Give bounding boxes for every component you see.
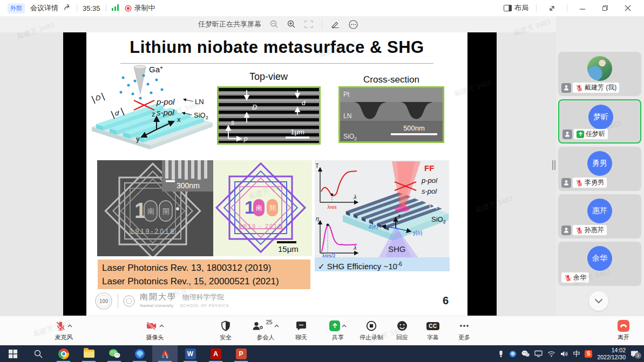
participant-name: 余华 <box>573 273 586 282</box>
taskbar-active-screen-record-app[interactable] <box>152 345 178 362</box>
layout-icon <box>504 5 512 11</box>
more-button[interactable]: 更多 <box>444 319 485 341</box>
participants-button[interactable]: 25 参会人 <box>245 319 286 341</box>
chevron-up-icon[interactable] <box>342 324 347 327</box>
tray-ime-indicator[interactable]: 中 <box>573 349 580 359</box>
person-badge-icon <box>561 178 571 188</box>
slide-title: Lithium niobate metasurface & SHG <box>86 38 467 57</box>
tray-volume-icon[interactable] <box>560 351 568 357</box>
participant-tile[interactable]: 勇男 李勇男 <box>558 147 641 191</box>
sidebar-collapse-handle[interactable] <box>552 158 556 173</box>
windows-taskbar: W A P 中 S 14:02 2022/12/30 1 <box>0 345 644 362</box>
microphone-button[interactable]: 麦克风 <box>43 319 84 341</box>
shg-efficiency-note: ✓ SHG Efficiency ~10-6 <box>315 257 450 271</box>
window-title-bar: 外部 会议详情 35:35 录制中 布局 <box>0 0 644 17</box>
screen-sharing-icon <box>577 131 584 138</box>
svg-text:Pt: Pt <box>343 91 350 98</box>
meeting-details-link[interactable]: 会议详情 <box>30 3 58 13</box>
record-dot-icon <box>125 5 132 12</box>
svg-text:D: D <box>96 94 100 102</box>
figure-cross-title: Cross-section <box>337 74 445 85</box>
divider <box>536 4 537 12</box>
figure-cross-sem: Pt LN SiO2 500nm <box>338 86 444 143</box>
taskbar-wechat[interactable] <box>101 345 127 362</box>
participant-tile[interactable]: 梦昕 任梦昕 <box>558 99 641 144</box>
taskbar-powerpoint[interactable]: P <box>228 345 254 362</box>
participant-tile[interactable]: 戴建芳 (我) <box>558 52 641 96</box>
start-button[interactable] <box>0 345 25 362</box>
fit-screen-icon[interactable] <box>304 21 313 28</box>
svg-text:d: d <box>115 109 119 117</box>
svg-text:s: s <box>231 119 234 126</box>
avatar: 梦昕 <box>588 105 613 129</box>
powerpoint-icon: P <box>236 349 247 359</box>
forward-icon[interactable] <box>64 4 71 12</box>
participant-tile[interactable]: 余华 余华 <box>558 242 641 286</box>
notification-badge: 1 <box>635 352 641 359</box>
svg-text:LN: LN <box>343 112 351 120</box>
taskbar-search-button[interactable] <box>25 345 51 362</box>
university-seal-icon <box>123 295 135 308</box>
fullscreen-icon[interactable] <box>544 2 559 15</box>
taskbar-file-explorer[interactable] <box>76 345 101 362</box>
camera-button[interactable]: 摄像头 <box>134 319 175 341</box>
zoom-in-icon[interactable] <box>287 20 296 29</box>
taskbar-word[interactable]: W <box>178 345 203 362</box>
svg-text:y: y <box>136 135 140 143</box>
search-icon <box>34 350 43 358</box>
svg-text:d: d <box>302 99 306 107</box>
department-name-cn: 物理科学学院 <box>182 293 224 301</box>
tray-wifi-icon[interactable] <box>547 351 555 357</box>
figure-topview-title: Top-view <box>216 71 321 83</box>
shield-icon <box>221 320 231 331</box>
chevron-up-icon[interactable] <box>274 324 279 327</box>
figure-sem-star: 1 南 開 1919-2019 300nm <box>97 160 213 256</box>
person-badge-icon <box>561 226 571 235</box>
taskbar-chrome[interactable] <box>51 345 76 362</box>
participant-name: 任梦昕 <box>586 129 605 139</box>
annotate-pen-icon[interactable] <box>331 21 340 29</box>
tray-usb-icon[interactable] <box>498 350 504 358</box>
more-options-icon[interactable] <box>349 20 358 29</box>
taskbar-clock[interactable]: 14:02 2022/12/30 <box>597 347 626 361</box>
participants-video-sidebar: 戴建芳 (我) 梦昕 任梦昕 勇男 李勇男 惠芹 <box>556 16 644 316</box>
notification-center-button[interactable]: 1 <box>631 350 639 358</box>
restore-button[interactable] <box>598 2 613 15</box>
participants-count: 25 <box>266 319 272 325</box>
university-name-cn: 南開大學 <box>140 292 177 301</box>
share-status-text: 任梦昕正在共享屏幕 <box>198 19 261 29</box>
security-button[interactable]: 安全 <box>205 319 246 341</box>
avatar: 惠芹 <box>587 199 612 223</box>
chevron-up-icon[interactable] <box>67 324 72 327</box>
svg-text:SiO2: SiO2 <box>194 111 208 120</box>
tray-sogou-icon[interactable]: S <box>585 350 592 358</box>
taskbar-acrobat[interactable]: A <box>203 345 228 362</box>
chat-button[interactable]: 聊天 <box>281 319 322 341</box>
screen-share-toolbar: 任梦昕正在共享屏幕 <box>0 16 556 32</box>
stop-record-icon <box>366 320 377 331</box>
svg-text:λ: λ <box>353 244 356 251</box>
taskbar-meeting-app[interactable] <box>127 345 152 362</box>
svg-text:15μm: 15μm <box>278 244 299 254</box>
external-badge: 外部 <box>8 3 25 13</box>
slide-page-number: 6 <box>443 295 449 307</box>
tray-wechat-icon[interactable] <box>521 350 530 357</box>
layout-button[interactable]: 布局 <box>504 3 528 13</box>
tray-meeting-app-icon[interactable] <box>509 350 517 358</box>
tray-display-icon[interactable] <box>534 350 543 357</box>
leave-meeting-button[interactable]: 离开 <box>603 319 644 341</box>
participant-tile[interactable]: 惠芹 孙惠芹 <box>558 194 641 238</box>
recording-indicator[interactable]: 录制中 <box>125 3 155 13</box>
zoom-out-icon[interactable] <box>270 20 279 29</box>
sidebar-scroll-down-button[interactable] <box>589 291 608 311</box>
divider <box>322 21 322 28</box>
meeting-control-bar: 麦克风 摄像头 安全 25 <box>0 316 644 346</box>
citation-line: Laser Photonics Rev., 15, 20000521 (2021… <box>102 275 306 288</box>
svg-text:開: 開 <box>269 204 276 211</box>
figure-topview-sem: D d s p 1μm <box>217 86 321 145</box>
divider <box>77 4 77 12</box>
minimize-button[interactable] <box>575 2 590 15</box>
mic-muted-icon <box>575 84 583 92</box>
close-button[interactable] <box>620 2 635 15</box>
chevron-up-icon[interactable] <box>159 324 164 327</box>
